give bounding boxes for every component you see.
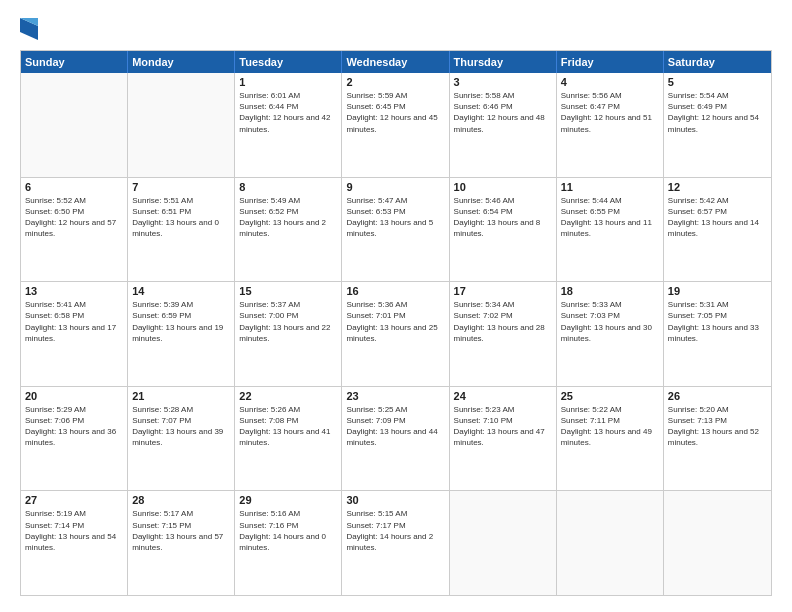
day-info: Sunrise: 5:56 AM Sunset: 6:47 PM Dayligh… [561,90,659,135]
page: SundayMondayTuesdayWednesdayThursdayFrid… [0,0,792,612]
weekday-header-sunday: Sunday [21,51,128,73]
day-number: 29 [239,494,337,506]
day-info: Sunrise: 5:25 AM Sunset: 7:09 PM Dayligh… [346,404,444,449]
day-cell-24: 24Sunrise: 5:23 AM Sunset: 7:10 PM Dayli… [450,387,557,491]
day-number: 14 [132,285,230,297]
day-number: 24 [454,390,552,402]
day-number: 17 [454,285,552,297]
day-cell-7: 7Sunrise: 5:51 AM Sunset: 6:51 PM Daylig… [128,178,235,282]
day-number: 4 [561,76,659,88]
day-cell-29: 29Sunrise: 5:16 AM Sunset: 7:16 PM Dayli… [235,491,342,595]
day-info: Sunrise: 5:36 AM Sunset: 7:01 PM Dayligh… [346,299,444,344]
day-info: Sunrise: 5:42 AM Sunset: 6:57 PM Dayligh… [668,195,767,240]
day-info: Sunrise: 5:31 AM Sunset: 7:05 PM Dayligh… [668,299,767,344]
weekday-header-wednesday: Wednesday [342,51,449,73]
day-cell-11: 11Sunrise: 5:44 AM Sunset: 6:55 PM Dayli… [557,178,664,282]
day-number: 11 [561,181,659,193]
weekday-header-friday: Friday [557,51,664,73]
day-number: 2 [346,76,444,88]
day-cell-9: 9Sunrise: 5:47 AM Sunset: 6:53 PM Daylig… [342,178,449,282]
day-info: Sunrise: 5:46 AM Sunset: 6:54 PM Dayligh… [454,195,552,240]
day-number: 21 [132,390,230,402]
day-cell-23: 23Sunrise: 5:25 AM Sunset: 7:09 PM Dayli… [342,387,449,491]
day-cell-30: 30Sunrise: 5:15 AM Sunset: 7:17 PM Dayli… [342,491,449,595]
day-number: 20 [25,390,123,402]
day-cell-17: 17Sunrise: 5:34 AM Sunset: 7:02 PM Dayli… [450,282,557,386]
day-info: Sunrise: 5:29 AM Sunset: 7:06 PM Dayligh… [25,404,123,449]
day-cell-22: 22Sunrise: 5:26 AM Sunset: 7:08 PM Dayli… [235,387,342,491]
calendar-body: 1Sunrise: 6:01 AM Sunset: 6:44 PM Daylig… [21,73,771,595]
day-cell-27: 27Sunrise: 5:19 AM Sunset: 7:14 PM Dayli… [21,491,128,595]
day-cell-10: 10Sunrise: 5:46 AM Sunset: 6:54 PM Dayli… [450,178,557,282]
day-cell-19: 19Sunrise: 5:31 AM Sunset: 7:05 PM Dayli… [664,282,771,386]
day-number: 13 [25,285,123,297]
day-number: 28 [132,494,230,506]
day-cell-28: 28Sunrise: 5:17 AM Sunset: 7:15 PM Dayli… [128,491,235,595]
calendar: SundayMondayTuesdayWednesdayThursdayFrid… [20,50,772,596]
day-cell-13: 13Sunrise: 5:41 AM Sunset: 6:58 PM Dayli… [21,282,128,386]
day-number: 23 [346,390,444,402]
day-cell-25: 25Sunrise: 5:22 AM Sunset: 7:11 PM Dayli… [557,387,664,491]
day-cell-18: 18Sunrise: 5:33 AM Sunset: 7:03 PM Dayli… [557,282,664,386]
day-cell-5: 5Sunrise: 5:54 AM Sunset: 6:49 PM Daylig… [664,73,771,177]
day-info: Sunrise: 5:37 AM Sunset: 7:00 PM Dayligh… [239,299,337,344]
empty-cell [128,73,235,177]
logo-icon [20,18,38,40]
day-number: 18 [561,285,659,297]
day-info: Sunrise: 5:44 AM Sunset: 6:55 PM Dayligh… [561,195,659,240]
day-info: Sunrise: 5:59 AM Sunset: 6:45 PM Dayligh… [346,90,444,135]
day-info: Sunrise: 5:49 AM Sunset: 6:52 PM Dayligh… [239,195,337,240]
day-info: Sunrise: 5:33 AM Sunset: 7:03 PM Dayligh… [561,299,659,344]
day-number: 8 [239,181,337,193]
day-number: 25 [561,390,659,402]
day-cell-15: 15Sunrise: 5:37 AM Sunset: 7:00 PM Dayli… [235,282,342,386]
day-cell-20: 20Sunrise: 5:29 AM Sunset: 7:06 PM Dayli… [21,387,128,491]
day-info: Sunrise: 5:54 AM Sunset: 6:49 PM Dayligh… [668,90,767,135]
day-cell-16: 16Sunrise: 5:36 AM Sunset: 7:01 PM Dayli… [342,282,449,386]
day-info: Sunrise: 5:39 AM Sunset: 6:59 PM Dayligh… [132,299,230,344]
calendar-week-5: 27Sunrise: 5:19 AM Sunset: 7:14 PM Dayli… [21,491,771,595]
day-cell-14: 14Sunrise: 5:39 AM Sunset: 6:59 PM Dayli… [128,282,235,386]
empty-cell [21,73,128,177]
day-cell-2: 2Sunrise: 5:59 AM Sunset: 6:45 PM Daylig… [342,73,449,177]
day-info: Sunrise: 5:28 AM Sunset: 7:07 PM Dayligh… [132,404,230,449]
weekday-header-tuesday: Tuesday [235,51,342,73]
day-info: Sunrise: 5:34 AM Sunset: 7:02 PM Dayligh… [454,299,552,344]
day-info: Sunrise: 5:16 AM Sunset: 7:16 PM Dayligh… [239,508,337,553]
calendar-week-4: 20Sunrise: 5:29 AM Sunset: 7:06 PM Dayli… [21,387,771,492]
day-number: 16 [346,285,444,297]
day-info: Sunrise: 5:17 AM Sunset: 7:15 PM Dayligh… [132,508,230,553]
day-cell-1: 1Sunrise: 6:01 AM Sunset: 6:44 PM Daylig… [235,73,342,177]
day-number: 15 [239,285,337,297]
day-info: Sunrise: 5:47 AM Sunset: 6:53 PM Dayligh… [346,195,444,240]
day-info: Sunrise: 5:51 AM Sunset: 6:51 PM Dayligh… [132,195,230,240]
calendar-week-2: 6Sunrise: 5:52 AM Sunset: 6:50 PM Daylig… [21,178,771,283]
day-cell-3: 3Sunrise: 5:58 AM Sunset: 6:46 PM Daylig… [450,73,557,177]
calendar-week-1: 1Sunrise: 6:01 AM Sunset: 6:44 PM Daylig… [21,73,771,178]
calendar-header: SundayMondayTuesdayWednesdayThursdayFrid… [21,51,771,73]
day-info: Sunrise: 5:58 AM Sunset: 6:46 PM Dayligh… [454,90,552,135]
empty-cell [557,491,664,595]
day-number: 3 [454,76,552,88]
day-number: 27 [25,494,123,506]
day-info: Sunrise: 5:41 AM Sunset: 6:58 PM Dayligh… [25,299,123,344]
day-info: Sunrise: 5:52 AM Sunset: 6:50 PM Dayligh… [25,195,123,240]
day-cell-12: 12Sunrise: 5:42 AM Sunset: 6:57 PM Dayli… [664,178,771,282]
day-number: 6 [25,181,123,193]
empty-cell [664,491,771,595]
day-cell-8: 8Sunrise: 5:49 AM Sunset: 6:52 PM Daylig… [235,178,342,282]
day-number: 9 [346,181,444,193]
day-info: Sunrise: 6:01 AM Sunset: 6:44 PM Dayligh… [239,90,337,135]
logo [20,16,42,40]
day-cell-4: 4Sunrise: 5:56 AM Sunset: 6:47 PM Daylig… [557,73,664,177]
day-cell-6: 6Sunrise: 5:52 AM Sunset: 6:50 PM Daylig… [21,178,128,282]
day-number: 1 [239,76,337,88]
day-info: Sunrise: 5:20 AM Sunset: 7:13 PM Dayligh… [668,404,767,449]
day-info: Sunrise: 5:22 AM Sunset: 7:11 PM Dayligh… [561,404,659,449]
day-info: Sunrise: 5:15 AM Sunset: 7:17 PM Dayligh… [346,508,444,553]
day-number: 10 [454,181,552,193]
day-cell-21: 21Sunrise: 5:28 AM Sunset: 7:07 PM Dayli… [128,387,235,491]
day-number: 26 [668,390,767,402]
day-number: 22 [239,390,337,402]
calendar-week-3: 13Sunrise: 5:41 AM Sunset: 6:58 PM Dayli… [21,282,771,387]
